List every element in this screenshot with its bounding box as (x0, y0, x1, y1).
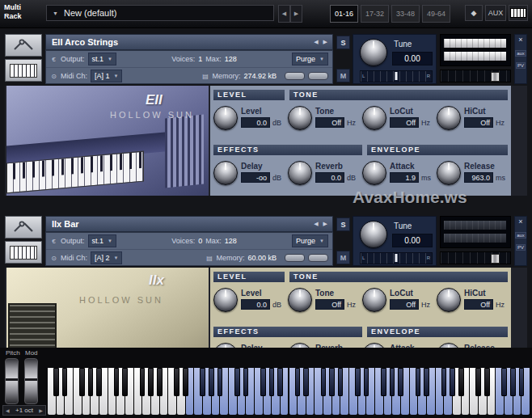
knob-dial[interactable] (288, 288, 312, 312)
aux-sends-button[interactable]: aux (515, 232, 526, 239)
piano-black-key[interactable] (243, 368, 249, 396)
multi-preset-dropdown[interactable]: ▼ New (default) (46, 5, 274, 21)
octave-up-arrow[interactable]: ▶ (39, 407, 43, 413)
piano-black-key[interactable] (501, 368, 507, 396)
instrument-header[interactable]: IIx Bar ◀ ▶ (45, 216, 333, 232)
piano-black-key[interactable] (364, 368, 369, 396)
midi-keyboard-button[interactable] (5, 59, 42, 82)
solo-button[interactable]: S (336, 217, 350, 231)
octave-shift-control[interactable]: ◀ +1 oct ▶ (2, 405, 46, 416)
piano-black-key[interactable] (122, 368, 128, 396)
piano-black-key[interactable] (484, 368, 490, 396)
aux-view-button[interactable]: AUX (485, 5, 506, 21)
piano-keyboard[interactable] (48, 368, 530, 415)
tab-slots-17-32[interactable]: 17-32 (361, 5, 389, 23)
piano-black-key[interactable] (321, 368, 327, 396)
pan-slider[interactable]: L R (360, 70, 433, 82)
piano-black-key[interactable] (96, 368, 102, 396)
midi-channel-select[interactable]: [A] 2▼ (91, 251, 122, 264)
pv-button[interactable]: PV (516, 244, 526, 251)
tab-slots-33-48[interactable]: 33-48 (391, 5, 420, 23)
tune-knob[interactable] (360, 221, 387, 248)
pitch-wheel[interactable] (5, 358, 19, 404)
knob-dial[interactable] (362, 288, 386, 312)
knob-attack[interactable]: Attack1.9ms (362, 158, 437, 185)
knob-dial[interactable] (288, 161, 312, 185)
purge-select[interactable]: Purge▼ (292, 234, 328, 247)
piano-black-key[interactable] (62, 368, 68, 396)
piano-black-key[interactable] (79, 368, 85, 396)
piano-black-key[interactable] (88, 368, 94, 396)
knob-release[interactable]: Release963.0ms (437, 158, 511, 185)
next-preset-button[interactable]: ▶ (290, 5, 302, 23)
piano-black-key[interactable] (148, 368, 154, 396)
keyboard-view-button[interactable] (509, 5, 528, 21)
mute-button[interactable]: M (336, 69, 350, 82)
piano-black-key[interactable] (277, 368, 283, 396)
close-slot-button[interactable]: × (518, 35, 522, 44)
knob-dial[interactable] (213, 288, 238, 312)
piano-black-key[interactable] (441, 368, 447, 396)
knob-tone[interactable]: ToneOffHz (288, 285, 362, 312)
piano-black-key[interactable] (174, 368, 179, 396)
pan-slider[interactable]: L R (360, 252, 433, 264)
piano-black-key[interactable] (303, 368, 309, 396)
output-select[interactable]: st.1▼ (88, 234, 116, 247)
knob-dial[interactable] (437, 106, 461, 130)
piano-black-key[interactable] (269, 368, 275, 396)
pan-slider-thumb[interactable] (395, 72, 398, 80)
knob-hicut[interactable]: HiCutOffHz (437, 103, 511, 130)
volume-slider[interactable] (440, 251, 511, 264)
pv-button[interactable]: PV (516, 62, 526, 69)
next-instrument-arrow[interactable]: ▶ (323, 39, 327, 45)
mute-button[interactable]: M (336, 251, 350, 264)
knob-level[interactable]: Level0.0dB (213, 103, 288, 130)
piano-black-key[interactable] (475, 368, 481, 396)
piano-black-key[interactable] (53, 368, 59, 396)
piano-black-key[interactable] (450, 368, 455, 396)
tune-knob[interactable] (360, 39, 387, 66)
prev-preset-button[interactable]: ◀ (278, 5, 290, 23)
piano-black-key[interactable] (416, 368, 421, 396)
piano-black-key[interactable] (200, 368, 205, 396)
mod-wheel[interactable] (24, 358, 38, 404)
piano-black-key[interactable] (217, 368, 223, 396)
volume-slider-thumb[interactable] (491, 254, 500, 264)
piano-black-key[interactable] (260, 368, 266, 396)
prev-instrument-arrow[interactable]: ◀ (314, 39, 318, 45)
volume-slider[interactable] (440, 70, 511, 82)
knob-locut[interactable]: LoCutOffHz (362, 285, 437, 312)
midi-keyboard-button[interactable] (5, 241, 42, 264)
solo-button[interactable]: S (336, 36, 350, 49)
piano-black-key[interactable] (183, 368, 188, 396)
pan-slider-thumb[interactable] (395, 254, 398, 262)
aux-sends-button[interactable]: aux (515, 50, 526, 57)
piano-black-key[interactable] (338, 368, 344, 396)
knob-hicut[interactable]: HiCutOffHz (437, 285, 511, 312)
knob-locut[interactable]: LoCutOffHz (362, 103, 437, 130)
edit-instrument-button[interactable] (5, 216, 42, 239)
knob-dial[interactable] (213, 106, 238, 130)
knob-dial[interactable] (437, 161, 461, 185)
purge-select[interactable]: Purge▼ (292, 53, 328, 65)
knob-dial[interactable] (213, 161, 238, 185)
piano-black-key[interactable] (458, 368, 464, 396)
edit-instrument-button[interactable] (5, 34, 42, 57)
piano-black-key[interactable] (355, 368, 361, 396)
knob-delay[interactable]: Delay-oodB (213, 158, 288, 185)
piano-black-key[interactable] (390, 368, 395, 396)
output-select[interactable]: st.1▼ (88, 53, 116, 65)
instrument-header[interactable]: EII Arco Strings ◀ ▶ (45, 34, 333, 50)
octave-down-arrow[interactable]: ◀ (6, 407, 10, 413)
ni-logo-button[interactable]: ◆ (465, 5, 483, 21)
piano-black-key[interactable] (114, 368, 120, 396)
piano-black-key[interactable] (398, 368, 403, 396)
piano-black-key[interactable] (234, 368, 240, 396)
knob-tone[interactable]: ToneOffHz (288, 103, 362, 130)
knob-dial[interactable] (288, 106, 312, 130)
prev-instrument-arrow[interactable]: ◀ (314, 221, 318, 227)
knob-reverb[interactable]: Reverb0.0dB (288, 158, 362, 185)
piano-black-key[interactable] (424, 368, 429, 396)
piano-black-key[interactable] (510, 368, 516, 396)
piano-black-key[interactable] (381, 368, 386, 396)
